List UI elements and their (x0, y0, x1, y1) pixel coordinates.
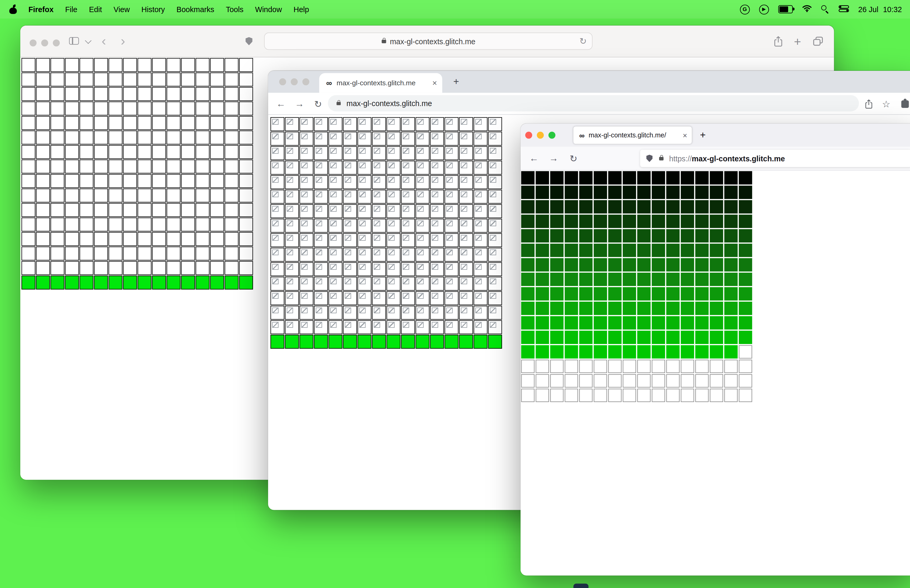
menu-file[interactable]: File (65, 5, 78, 14)
grid-cell (65, 73, 79, 87)
share-button[interactable] (774, 36, 783, 47)
battery-icon[interactable] (778, 5, 792, 13)
reload-button[interactable]: ↻ (565, 150, 582, 167)
grid-cell (285, 277, 299, 291)
new-tab-button[interactable]: + (794, 35, 801, 49)
forward-button[interactable]: › (121, 34, 125, 48)
browser-tab[interactable]: ∞ max-gl-contexts.glitch.me/ × (574, 126, 692, 144)
chrome-tab-strip[interactable]: ∞ max-gl-contexts.glitch.me × + (268, 71, 910, 93)
grid-cell (343, 146, 357, 160)
browser-tab[interactable]: ∞ max-gl-contexts.glitch.me × (319, 73, 442, 93)
menu-view[interactable]: View (113, 5, 130, 14)
address-bar[interactable]: max-gl-contexts.glitch.me ↻ (264, 32, 593, 50)
grid-cell (196, 218, 210, 232)
bookmark-star-button[interactable]: ☆ (879, 96, 894, 111)
apple-menu-icon[interactable] (9, 5, 17, 14)
grid-cell (474, 146, 488, 160)
safari-toolbar[interactable]: ‹ › max-gl-contexts.glitch.me ↻ + (20, 26, 834, 57)
address-bar[interactable]: max-gl-contexts.glitch.me (328, 95, 859, 111)
broken-image-icon (388, 307, 395, 313)
broken-image-icon (359, 148, 365, 154)
grid-cell (239, 116, 253, 130)
broken-image-icon (417, 162, 423, 168)
zoom-window-button[interactable] (53, 39, 60, 46)
grid-cell (488, 146, 502, 160)
grid-cell (550, 215, 564, 228)
close-window-button[interactable] (525, 132, 532, 139)
extensions-button[interactable] (897, 96, 910, 111)
grid-cell (579, 287, 593, 300)
grid-cell (459, 306, 473, 320)
back-button[interactable]: ← (273, 96, 289, 112)
media-play-status-icon[interactable]: ▶ (759, 5, 769, 14)
back-button[interactable]: ← (525, 150, 543, 167)
grid-cell (474, 175, 488, 189)
menubar-clock[interactable]: 26 Jul 10:32 (858, 5, 902, 14)
menu-history[interactable]: History (141, 5, 165, 14)
grid-cell (285, 306, 299, 320)
menu-window[interactable]: Window (255, 5, 282, 14)
grid-cell (739, 215, 752, 228)
grid-cell (210, 247, 224, 260)
control-center-icon[interactable] (838, 5, 849, 14)
forward-button[interactable]: → (291, 96, 307, 112)
menu-tools[interactable]: Tools (226, 5, 244, 14)
tab-overview-button[interactable] (813, 37, 823, 46)
g-app-status-icon[interactable]: G (740, 5, 750, 14)
broken-image-icon (316, 264, 322, 270)
grid-cell (299, 277, 314, 291)
wifi-icon[interactable] (802, 5, 812, 14)
menu-help[interactable]: Help (294, 5, 309, 14)
reload-button[interactable]: ↻ (580, 36, 587, 47)
address-bar[interactable]: https://max-gl-contexts.glitch.me (640, 150, 910, 167)
reload-button[interactable]: ↻ (310, 96, 326, 112)
grid-cell (623, 229, 636, 243)
sidebar-toggle-button[interactable] (69, 37, 79, 45)
grid-cell (225, 73, 239, 87)
broken-image-icon (301, 250, 307, 255)
grid-cell (550, 287, 564, 300)
minimize-window-button[interactable] (41, 39, 48, 46)
broken-image-icon (330, 177, 336, 183)
grid-cell (386, 117, 401, 131)
grid-cell (357, 233, 372, 247)
broken-image-icon (432, 221, 438, 226)
back-button[interactable]: ‹ (102, 34, 106, 48)
minimize-window-button[interactable] (291, 78, 297, 85)
grid-cell (285, 262, 299, 276)
broken-image-icon (403, 133, 409, 139)
menu-edit[interactable]: Edit (89, 5, 102, 14)
broken-image-icon (316, 191, 322, 197)
broken-image-icon (446, 177, 453, 183)
broken-image-icon (330, 133, 336, 139)
grid-cell (166, 102, 181, 116)
grid-cell (594, 215, 607, 228)
privacy-shield-icon[interactable] (246, 37, 252, 48)
spotlight-search-icon[interactable] (821, 5, 829, 13)
forward-button[interactable]: → (545, 150, 562, 167)
share-button[interactable] (861, 96, 876, 111)
grid-cell (710, 215, 723, 228)
grid-cell (623, 302, 636, 315)
grid-cell (652, 302, 665, 315)
zoom-window-button[interactable] (548, 132, 555, 139)
broken-image-icon (417, 250, 423, 255)
tab-group-chevron-button[interactable] (86, 38, 91, 43)
grid-cell (535, 302, 549, 315)
minimize-window-button[interactable] (537, 132, 544, 139)
grid-cell (181, 203, 195, 217)
new-tab-button[interactable]: + (449, 75, 463, 89)
close-window-button[interactable] (279, 78, 286, 85)
firefox-tab-bar[interactable]: ∞ max-gl-contexts.glitch.me/ × + (520, 123, 910, 147)
grid-cell (550, 374, 564, 388)
grid-cell (50, 247, 65, 260)
broken-image-icon (330, 264, 336, 270)
menu-app-name[interactable]: Firefox (28, 5, 54, 14)
new-tab-button[interactable]: + (696, 128, 710, 142)
tab-close-button[interactable]: × (432, 78, 437, 88)
zoom-window-button[interactable] (302, 78, 309, 85)
grid-cell (739, 287, 752, 300)
close-window-button[interactable] (29, 39, 36, 46)
menu-bookmarks[interactable]: Bookmarks (176, 5, 214, 14)
tab-close-button[interactable]: × (683, 131, 687, 139)
